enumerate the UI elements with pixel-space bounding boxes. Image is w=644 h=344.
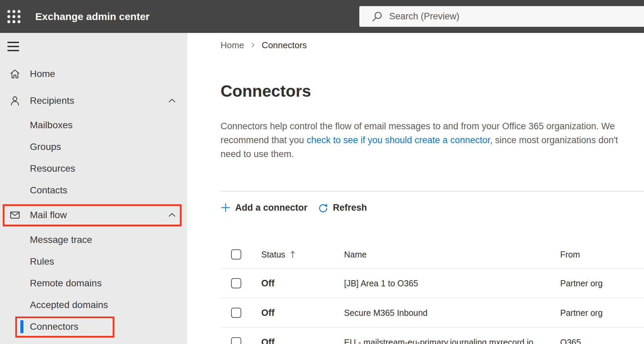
from-cell: Partner org — [560, 278, 603, 288]
status-cell: Off — [261, 307, 274, 318]
sidebar-item-connectors[interactable]: Connectors — [0, 319, 187, 334]
sidebar-item-label: Groups — [30, 141, 61, 152]
envelope-icon — [9, 209, 21, 221]
table-header-row: Status Name From — [221, 241, 644, 269]
sidebar-nav: Home Recipients Mailboxes Groups Resourc… — [0, 33, 187, 344]
app-launcher-icon[interactable] — [5, 8, 22, 25]
sidebar-item-label: Message trace — [30, 234, 92, 245]
add-connector-button[interactable]: Add a connector — [221, 203, 307, 213]
sidebar-item-label: Mailboxes — [30, 120, 73, 131]
sidebar-item-message-trace[interactable]: Message trace — [0, 232, 187, 247]
refresh-icon — [318, 202, 328, 213]
column-header-name[interactable]: Name — [344, 250, 367, 260]
sidebar-item-home[interactable]: Home — [0, 66, 187, 81]
chevron-up-icon[interactable] — [167, 97, 177, 104]
sidebar-item-resources[interactable]: Resources — [0, 161, 187, 176]
sidebar-item-mail-flow[interactable]: Mail flow — [0, 208, 187, 223]
hamburger-menu-icon[interactable] — [7, 40, 22, 53]
search-box[interactable] — [359, 6, 644, 27]
sidebar-item-accepted-domains[interactable]: Accepted domains — [0, 298, 187, 312]
sidebar-item-label: Home — [30, 69, 55, 79]
chevron-up-icon[interactable] — [167, 212, 177, 218]
top-bar: Exchange admin center — [0, 0, 644, 33]
add-connector-label: Add a connector — [235, 203, 307, 213]
breadcrumb: Home Connectors — [221, 39, 307, 51]
select-all-checkbox[interactable] — [231, 249, 241, 260]
main-content: Home Connectors Connectors Connectors he… — [187, 33, 644, 344]
sidebar-item-label: Resources — [30, 163, 75, 174]
name-cell[interactable]: Secure M365 Inbound — [344, 308, 428, 318]
sidebar-item-label: Mail flow — [30, 210, 67, 221]
search-input[interactable] — [389, 11, 644, 22]
breadcrumb-separator-icon — [249, 41, 257, 49]
search-icon — [371, 11, 383, 23]
from-cell: O365 — [560, 337, 581, 344]
breadcrumb-current: Connectors — [262, 40, 307, 51]
plus-icon — [221, 203, 231, 213]
table-row[interactable]: Off EU - mailstream-eu-primary.journalin… — [221, 328, 644, 344]
refresh-label: Refresh — [333, 203, 367, 213]
table-row[interactable]: Off Secure M365 Inbound Partner org — [221, 298, 644, 328]
sidebar-item-groups[interactable]: Groups — [0, 139, 187, 154]
name-cell[interactable]: [JB] Area 1 to O365 — [344, 278, 418, 288]
sidebar-item-label: Accepted domains — [30, 300, 108, 310]
home-icon — [9, 68, 21, 80]
sidebar-item-recipients[interactable]: Recipients — [0, 93, 187, 108]
row-checkbox[interactable] — [231, 337, 241, 344]
sidebar-item-label: Contacts — [30, 185, 68, 196]
selected-indicator-bar — [20, 320, 23, 333]
sidebar-item-contacts[interactable]: Contacts — [0, 183, 187, 198]
sidebar-item-label: Connectors — [30, 321, 78, 332]
name-cell[interactable]: EU - mailstream-eu-primary.journaling.mx… — [344, 337, 533, 344]
waffle-icon — [6, 9, 21, 24]
connectors-table: Status Name From Off [JB] Area 1 to O365… — [187, 241, 644, 344]
column-header-status[interactable]: Status — [261, 250, 285, 260]
person-icon — [9, 95, 21, 107]
column-header-from[interactable]: From — [560, 250, 580, 260]
sidebar-item-label: Remote domains — [30, 278, 102, 289]
page-description: Connectors help control the flow of emai… — [221, 119, 633, 161]
from-cell: Partner org — [560, 308, 603, 318]
page-title: Connectors — [221, 81, 311, 101]
toolbar: Add a connector Refresh — [221, 200, 367, 215]
table-row[interactable]: Off [JB] Area 1 to O365 Partner org — [221, 269, 644, 298]
sidebar-item-label: Recipients — [30, 95, 74, 106]
create-connector-link[interactable]: check to see if you should create a conn… — [307, 135, 493, 145]
refresh-button[interactable]: Refresh — [318, 202, 367, 213]
row-checkbox[interactable] — [231, 308, 241, 318]
sidebar-item-remote-domains[interactable]: Remote domains — [0, 276, 187, 291]
app-title: Exchange admin center — [35, 0, 150, 33]
breadcrumb-home-link[interactable]: Home — [221, 40, 244, 51]
sort-ascending-icon — [290, 250, 296, 259]
sidebar-item-rules[interactable]: Rules — [0, 254, 187, 269]
toolbar-divider — [221, 191, 644, 192]
row-checkbox[interactable] — [231, 278, 241, 288]
sidebar-item-label: Rules — [30, 256, 54, 267]
sidebar-item-mailboxes[interactable]: Mailboxes — [0, 118, 187, 133]
status-cell: Off — [261, 337, 274, 344]
status-cell: Off — [261, 278, 274, 288]
